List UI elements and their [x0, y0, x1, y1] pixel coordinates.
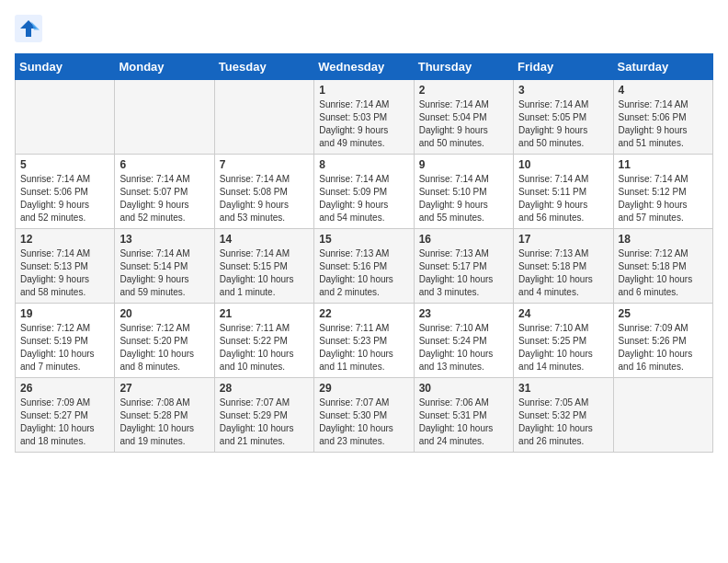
calendar-cell: 9Sunrise: 7:14 AM Sunset: 5:10 PM Daylig…: [414, 155, 513, 229]
calendar-cell: 17Sunrise: 7:13 AM Sunset: 5:18 PM Dayli…: [514, 229, 613, 304]
cell-text: Sunrise: 7:10 AM Sunset: 5:24 PM Dayligh…: [419, 322, 508, 373]
day-number: 20: [119, 307, 209, 320]
page-header: [15, 15, 713, 42]
calendar-cell: 22Sunrise: 7:11 AM Sunset: 5:23 PM Dayli…: [314, 304, 414, 378]
cell-text: Sunrise: 7:06 AM Sunset: 5:31 PM Dayligh…: [419, 396, 508, 448]
calendar-week-row: 26Sunrise: 7:09 AM Sunset: 5:27 PM Dayli…: [16, 378, 713, 453]
day-number: 29: [319, 382, 408, 395]
calendar-cell: 18Sunrise: 7:12 AM Sunset: 5:18 PM Dayli…: [613, 229, 712, 304]
cell-text: Sunrise: 7:07 AM Sunset: 5:29 PM Dayligh…: [220, 396, 309, 448]
day-number: 5: [20, 158, 109, 171]
calendar-cell: 24Sunrise: 7:10 AM Sunset: 5:25 PM Dayli…: [514, 304, 613, 378]
cell-text: Sunrise: 7:12 AM Sunset: 5:19 PM Dayligh…: [20, 322, 109, 373]
day-number: 1: [319, 84, 408, 97]
cell-text: Sunrise: 7:14 AM Sunset: 5:14 PM Dayligh…: [119, 247, 209, 299]
day-number: 11: [619, 158, 708, 171]
calendar-cell: 25Sunrise: 7:09 AM Sunset: 5:26 PM Dayli…: [613, 304, 712, 378]
calendar-week-row: 12Sunrise: 7:14 AM Sunset: 5:13 PM Dayli…: [16, 229, 713, 304]
calendar-cell: 10Sunrise: 7:14 AM Sunset: 5:11 PM Dayli…: [514, 155, 613, 229]
cell-text: Sunrise: 7:07 AM Sunset: 5:30 PM Dayligh…: [319, 396, 408, 448]
cell-text: Sunrise: 7:14 AM Sunset: 5:12 PM Dayligh…: [619, 173, 708, 224]
day-number: 3: [518, 84, 608, 97]
day-number: 14: [220, 233, 309, 246]
cell-text: Sunrise: 7:13 AM Sunset: 5:16 PM Dayligh…: [319, 247, 408, 299]
day-number: 8: [319, 158, 408, 171]
calendar-cell: [16, 80, 115, 155]
calendar-cell: 6Sunrise: 7:14 AM Sunset: 5:07 PM Daylig…: [115, 155, 214, 229]
calendar-cell: 19Sunrise: 7:12 AM Sunset: 5:19 PM Dayli…: [16, 304, 115, 378]
calendar-week-row: 5Sunrise: 7:14 AM Sunset: 5:06 PM Daylig…: [16, 155, 713, 229]
calendar-cell: 21Sunrise: 7:11 AM Sunset: 5:22 PM Dayli…: [214, 304, 313, 378]
day-number: 25: [619, 307, 708, 320]
cell-text: Sunrise: 7:14 AM Sunset: 5:09 PM Dayligh…: [319, 173, 408, 224]
day-number: 23: [419, 307, 508, 320]
cell-text: Sunrise: 7:13 AM Sunset: 5:17 PM Dayligh…: [419, 247, 508, 299]
cell-text: Sunrise: 7:14 AM Sunset: 5:07 PM Dayligh…: [119, 173, 209, 224]
cell-text: Sunrise: 7:12 AM Sunset: 5:18 PM Dayligh…: [619, 247, 708, 299]
calendar-cell: 14Sunrise: 7:14 AM Sunset: 5:15 PM Dayli…: [214, 229, 313, 304]
logo: [15, 15, 46, 42]
calendar-table: SundayMondayTuesdayWednesdayThursdayFrid…: [15, 53, 713, 453]
day-number: 19: [20, 307, 109, 320]
cell-text: Sunrise: 7:13 AM Sunset: 5:18 PM Dayligh…: [518, 247, 608, 299]
cell-text: Sunrise: 7:09 AM Sunset: 5:26 PM Dayligh…: [619, 322, 708, 373]
calendar-cell: [115, 80, 214, 155]
day-number: 7: [220, 158, 309, 171]
day-number: 13: [119, 233, 209, 246]
day-number: 18: [619, 233, 708, 246]
calendar-cell: 11Sunrise: 7:14 AM Sunset: 5:12 PM Dayli…: [613, 155, 712, 229]
cell-text: Sunrise: 7:11 AM Sunset: 5:22 PM Dayligh…: [220, 322, 309, 373]
weekday-header-saturday: Saturday: [613, 54, 712, 80]
calendar-cell: 31Sunrise: 7:05 AM Sunset: 5:32 PM Dayli…: [514, 378, 613, 453]
day-number: 21: [220, 307, 309, 320]
calendar-cell: 26Sunrise: 7:09 AM Sunset: 5:27 PM Dayli…: [16, 378, 115, 453]
day-number: 4: [619, 84, 708, 97]
calendar-cell: 12Sunrise: 7:14 AM Sunset: 5:13 PM Dayli…: [16, 229, 115, 304]
cell-text: Sunrise: 7:14 AM Sunset: 5:04 PM Dayligh…: [419, 98, 508, 150]
day-number: 16: [419, 233, 508, 246]
weekday-header-friday: Friday: [514, 54, 613, 80]
cell-text: Sunrise: 7:14 AM Sunset: 5:11 PM Dayligh…: [518, 173, 608, 224]
calendar-cell: 28Sunrise: 7:07 AM Sunset: 5:29 PM Dayli…: [214, 378, 313, 453]
day-number: 6: [119, 158, 209, 171]
cell-text: Sunrise: 7:14 AM Sunset: 5:08 PM Dayligh…: [220, 173, 309, 224]
calendar-week-row: 1Sunrise: 7:14 AM Sunset: 5:03 PM Daylig…: [16, 80, 713, 155]
weekday-header-sunday: Sunday: [16, 54, 115, 80]
calendar-cell: 8Sunrise: 7:14 AM Sunset: 5:09 PM Daylig…: [314, 155, 414, 229]
cell-text: Sunrise: 7:14 AM Sunset: 5:10 PM Dayligh…: [419, 173, 508, 224]
cell-text: Sunrise: 7:14 AM Sunset: 5:05 PM Dayligh…: [518, 98, 608, 150]
weekday-header-monday: Monday: [115, 54, 214, 80]
calendar-cell: 27Sunrise: 7:08 AM Sunset: 5:28 PM Dayli…: [115, 378, 214, 453]
day-number: 28: [220, 382, 309, 395]
calendar-cell: 20Sunrise: 7:12 AM Sunset: 5:20 PM Dayli…: [115, 304, 214, 378]
day-number: 30: [419, 382, 508, 395]
calendar-cell: 13Sunrise: 7:14 AM Sunset: 5:14 PM Dayli…: [115, 229, 214, 304]
calendar-cell: 30Sunrise: 7:06 AM Sunset: 5:31 PM Dayli…: [414, 378, 513, 453]
cell-text: Sunrise: 7:14 AM Sunset: 5:06 PM Dayligh…: [20, 173, 109, 224]
weekday-header-thursday: Thursday: [414, 54, 513, 80]
calendar-cell: [613, 378, 712, 453]
cell-text: Sunrise: 7:14 AM Sunset: 5:15 PM Dayligh…: [220, 247, 309, 299]
cell-text: Sunrise: 7:12 AM Sunset: 5:20 PM Dayligh…: [119, 322, 209, 373]
day-number: 24: [518, 307, 608, 320]
day-number: 22: [319, 307, 408, 320]
calendar-week-row: 19Sunrise: 7:12 AM Sunset: 5:19 PM Dayli…: [16, 304, 713, 378]
calendar-cell: 4Sunrise: 7:14 AM Sunset: 5:06 PM Daylig…: [613, 80, 712, 155]
calendar-cell: 29Sunrise: 7:07 AM Sunset: 5:30 PM Dayli…: [314, 378, 414, 453]
day-number: 27: [119, 382, 209, 395]
day-number: 15: [319, 233, 408, 246]
calendar-cell: 23Sunrise: 7:10 AM Sunset: 5:24 PM Dayli…: [414, 304, 513, 378]
day-number: 9: [419, 158, 508, 171]
calendar-cell: 15Sunrise: 7:13 AM Sunset: 5:16 PM Dayli…: [314, 229, 414, 304]
weekday-header-wednesday: Wednesday: [314, 54, 414, 80]
cell-text: Sunrise: 7:08 AM Sunset: 5:28 PM Dayligh…: [119, 396, 209, 448]
cell-text: Sunrise: 7:09 AM Sunset: 5:27 PM Dayligh…: [20, 396, 109, 448]
logo-icon: [15, 15, 42, 42]
cell-text: Sunrise: 7:10 AM Sunset: 5:25 PM Dayligh…: [518, 322, 608, 373]
weekday-header-row: SundayMondayTuesdayWednesdayThursdayFrid…: [16, 54, 713, 80]
cell-text: Sunrise: 7:14 AM Sunset: 5:13 PM Dayligh…: [20, 247, 109, 299]
day-number: 26: [20, 382, 109, 395]
cell-text: Sunrise: 7:14 AM Sunset: 5:03 PM Dayligh…: [319, 98, 408, 150]
calendar-cell: 5Sunrise: 7:14 AM Sunset: 5:06 PM Daylig…: [16, 155, 115, 229]
cell-text: Sunrise: 7:11 AM Sunset: 5:23 PM Dayligh…: [319, 322, 408, 373]
